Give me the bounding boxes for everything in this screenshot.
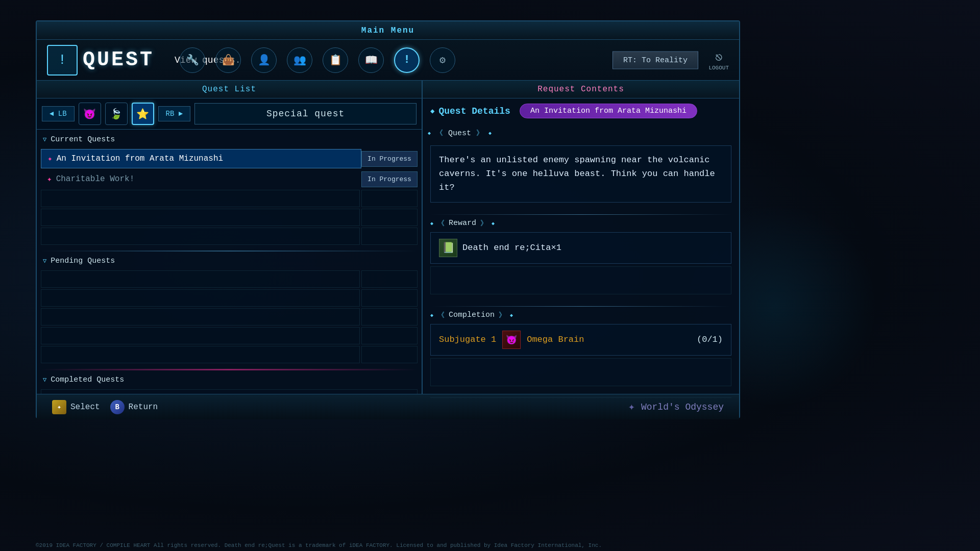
tab-icon-leaf[interactable]: 🍃 bbox=[105, 103, 128, 125]
select-control: ✦ Select bbox=[52, 400, 100, 414]
lb-button[interactable]: ◄ LB bbox=[42, 106, 75, 121]
reward-arrow-right: 》 bbox=[480, 219, 487, 228]
quest-empty-row-2 bbox=[41, 209, 418, 226]
quest-item-1[interactable]: ✦ Charitable Work! In Progress bbox=[41, 170, 418, 188]
pending-empty-status-4 bbox=[361, 327, 418, 344]
logout-icon: ⎋ bbox=[715, 49, 722, 64]
detail-divider-3 bbox=[430, 306, 731, 307]
quest-empty-row-1 bbox=[41, 190, 418, 207]
rt-to-reality-button[interactable]: RT: To Reality bbox=[612, 51, 698, 69]
return-label: Return bbox=[129, 403, 158, 412]
quest-logo: ! QUEST bbox=[47, 45, 154, 76]
pending-empty-status-5 bbox=[361, 346, 418, 363]
quest-item-name-1: ✦ Charitable Work! bbox=[41, 170, 361, 188]
pending-empty-row-2 bbox=[41, 289, 418, 307]
pending-empty-status-1 bbox=[361, 270, 418, 288]
completion-diamond-right: ◆ bbox=[510, 312, 513, 318]
completion-section: ◆ 《 Completion 》 ◆ Subjugate 1 😈 Omega B… bbox=[423, 297, 739, 389]
detail-divider-2 bbox=[430, 214, 731, 215]
section-triangle-pending: ▽ bbox=[43, 257, 46, 265]
pending-empty-name-2 bbox=[41, 289, 360, 307]
quest-logo-text: QUEST bbox=[83, 48, 154, 71]
quest-empty-name-3 bbox=[41, 228, 360, 245]
world-name: ✦ World's Odyssey bbox=[628, 400, 724, 414]
pending-empty-status-2 bbox=[361, 289, 418, 307]
bottom-controls: ✦ Select B Return bbox=[52, 400, 158, 414]
reward-item-name: Death end re;Cita×1 bbox=[462, 243, 561, 253]
subjugate-label: Subjugate 1 bbox=[439, 335, 496, 344]
quest-empty-status-3 bbox=[361, 228, 418, 245]
quest-details-label: Quest Details bbox=[438, 106, 510, 116]
section-triangle-completed: ▽ bbox=[43, 376, 46, 384]
pending-empty-row-4 bbox=[41, 327, 418, 344]
nav-arrow-left: 《 bbox=[436, 129, 443, 138]
current-quests-header: ▽ Current Quests bbox=[37, 132, 422, 147]
reward-label-row: ◆ 《 Reward 》 ◆ bbox=[430, 219, 731, 228]
right-panel: Request Contents ◆ Quest Details An Invi… bbox=[423, 81, 739, 394]
pending-empty-name-3 bbox=[41, 308, 360, 325]
nav-icon-book-closed[interactable]: 📋 bbox=[323, 47, 348, 73]
current-quests-list: ✦ An Invitation from Arata Mizunashi In … bbox=[37, 147, 422, 248]
completed-quests-header: ▽ Completed Quests bbox=[37, 372, 422, 387]
pending-quests-list bbox=[37, 268, 422, 367]
tab-icon-star[interactable]: ⭐ bbox=[132, 103, 154, 125]
enemy-icon: 😈 bbox=[502, 331, 521, 349]
reward-arrow-left: 《 bbox=[437, 219, 445, 228]
reward-label: Reward bbox=[449, 219, 476, 228]
header-area: ! QUEST View quests. 🔧 👜 👤 👥 📋 📖 ! ⚙ RT:… bbox=[37, 40, 739, 81]
quest-status-0: In Progress bbox=[361, 151, 418, 167]
main-window: Main Menu ! QUEST View quests. 🔧 👜 👤 👥 📋… bbox=[36, 20, 740, 418]
quest-name-badge: An Invitation from Arata Mizunashi bbox=[520, 104, 697, 118]
tab-icon-demon[interactable]: 😈 bbox=[79, 103, 101, 125]
completion-box: Subjugate 1 😈 Omega Brain (0/1) bbox=[430, 324, 731, 356]
reward-empty-box bbox=[430, 266, 731, 294]
quest-empty-status-1 bbox=[361, 190, 418, 207]
pending-empty-name-4 bbox=[41, 327, 360, 344]
nav-diamond-left: ◆ bbox=[428, 130, 431, 136]
return-btn-icon: B bbox=[110, 400, 125, 414]
quest-nav: ◆ 《 Quest 》 ◆ bbox=[423, 129, 739, 138]
current-tab-label: Special quest bbox=[194, 103, 416, 124]
quest-item-0[interactable]: ✦ An Invitation from Arata Mizunashi In … bbox=[41, 149, 418, 168]
quest-description-box: There's an unlisted enemy spawning near … bbox=[430, 145, 731, 203]
completion-arrow-left: 《 bbox=[437, 311, 445, 320]
completion-label: Completion bbox=[449, 311, 495, 319]
rb-button[interactable]: RB ► bbox=[158, 106, 191, 121]
nav-icon-gear[interactable]: ⚙ bbox=[430, 47, 455, 73]
completed-quests-label: Completed Quests bbox=[51, 375, 124, 384]
completion-diamond-left: ◆ bbox=[430, 312, 433, 318]
world-name-text: World's Odyssey bbox=[641, 402, 724, 412]
quest-empty-name-1 bbox=[41, 190, 360, 207]
nav-arrow-right: 》 bbox=[476, 129, 483, 138]
completion-empty-box bbox=[430, 358, 731, 386]
nav-icon-group[interactable]: 👥 bbox=[287, 47, 312, 73]
left-panel: Quest List ◄ LB 😈 🍃 ⭐ RB ► Special quest… bbox=[37, 81, 423, 394]
enemy-name: Omega Brain bbox=[527, 335, 584, 344]
pending-empty-name-1 bbox=[41, 270, 360, 288]
reward-item-icon: 📗 bbox=[439, 239, 457, 257]
reward-diamond-left: ◆ bbox=[430, 220, 433, 227]
select-label: Select bbox=[70, 403, 100, 412]
top-bar-title: Main Menu bbox=[361, 26, 414, 35]
pending-empty-status-3 bbox=[361, 308, 418, 325]
nav-icon-wrench[interactable]: 🔧 bbox=[180, 47, 205, 73]
nav-icon-book-open[interactable]: 📖 bbox=[358, 47, 384, 73]
quest-empty-name-2 bbox=[41, 209, 360, 226]
quest-nav-label: Quest bbox=[448, 129, 471, 138]
nav-icon-quest-active[interactable]: ! bbox=[394, 47, 420, 73]
pending-empty-row-5 bbox=[41, 346, 418, 363]
divider-1 bbox=[41, 251, 418, 252]
nav-icon-bag[interactable]: 👜 bbox=[215, 47, 241, 73]
logout-button[interactable]: ⎋ LOGOUT bbox=[708, 49, 729, 70]
quest-details-title: ◆ Quest Details An Invitation from Arata… bbox=[430, 104, 731, 118]
pending-empty-name-5 bbox=[41, 346, 360, 363]
quest-details-section: ◆ Quest Details An Invitation from Arata… bbox=[423, 98, 739, 129]
quest-empty-row-3 bbox=[41, 228, 418, 245]
pending-empty-row-3 bbox=[41, 308, 418, 325]
completion-label-row: ◆ 《 Completion 》 ◆ bbox=[430, 311, 731, 320]
quest-empty-status-2 bbox=[361, 209, 418, 226]
main-content: Quest List ◄ LB 😈 🍃 ⭐ RB ► Special quest… bbox=[37, 81, 739, 394]
select-btn-icon: ✦ bbox=[52, 400, 66, 414]
pending-quests-label: Pending Quests bbox=[51, 257, 115, 265]
nav-icon-person[interactable]: 👤 bbox=[251, 47, 277, 73]
